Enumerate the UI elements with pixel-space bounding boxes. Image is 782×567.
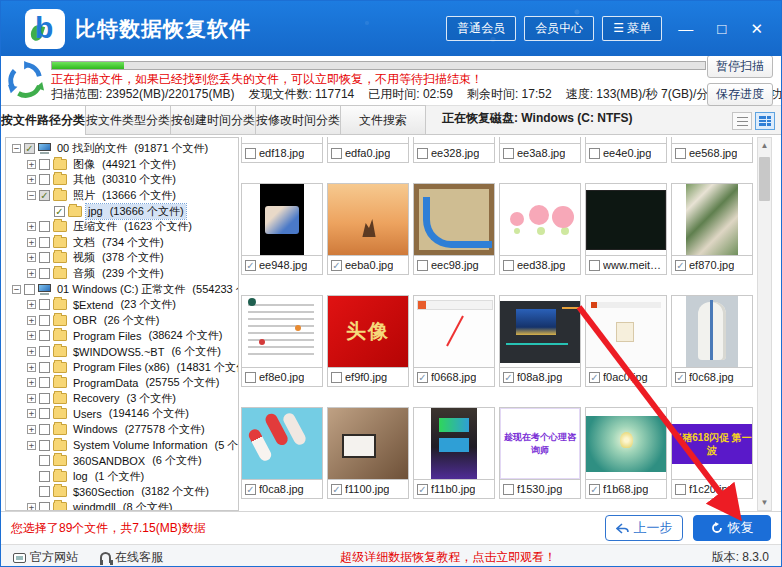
tree-checkbox[interactable] xyxy=(39,486,50,497)
tree-item[interactable]: +压缩文件(1623 个文件) xyxy=(8,219,238,235)
tree-item[interactable]: +ProgramData(25755 个文件) xyxy=(8,375,238,391)
file-card[interactable]: ✓f1100.jpg xyxy=(327,407,409,499)
tree-checkbox[interactable] xyxy=(39,393,50,404)
tree-item[interactable]: $360Section(3182 个文件) xyxy=(8,484,238,500)
tree-item[interactable]: +windmdll(8 个文件) xyxy=(8,500,238,511)
file-checkbox[interactable] xyxy=(675,484,686,495)
tree-checkbox[interactable] xyxy=(39,237,50,248)
tree-checkbox[interactable] xyxy=(39,315,50,326)
expand-icon[interactable]: + xyxy=(27,394,36,403)
tab-3[interactable]: 按创建时间分类 xyxy=(170,105,256,134)
file-card[interactable]: ✓f08a8.jpg xyxy=(499,295,581,387)
list-view-button[interactable] xyxy=(732,112,752,130)
file-checkbox[interactable]: ✓ xyxy=(245,260,256,271)
scrollbar-thumb[interactable] xyxy=(759,157,770,201)
expand-icon[interactable]: + xyxy=(27,269,36,278)
expand-icon[interactable]: + xyxy=(27,441,36,450)
tree-checkbox[interactable] xyxy=(39,362,50,373)
file-card[interactable]: ✓eeba0.jpg xyxy=(327,183,409,275)
tab-4[interactable]: 按修改时间分类 xyxy=(255,105,341,134)
tree-item[interactable]: +System Volume Information(5 个文件) xyxy=(8,437,238,453)
file-checkbox[interactable]: ✓ xyxy=(589,484,600,495)
expand-icon[interactable]: + xyxy=(27,160,36,169)
tree-item[interactable]: −✓00 找到的文件(91871 个文件) xyxy=(8,141,238,157)
collapse-icon[interactable]: − xyxy=(12,285,21,294)
expand-icon[interactable]: + xyxy=(27,316,36,325)
scroll-down-arrow-icon[interactable]: ▼ xyxy=(758,495,771,510)
tab-1[interactable]: 按文件路径分类 xyxy=(0,105,86,135)
tree-item[interactable]: +音频(239 个文件) xyxy=(8,266,238,282)
file-checkbox[interactable] xyxy=(503,148,514,159)
file-card[interactable]: ee3a8.jpg xyxy=(499,137,581,163)
tab-2[interactable]: 按文件类型分类 xyxy=(85,105,171,134)
tree-item[interactable]: +OBR(26 个文件) xyxy=(8,313,238,329)
file-checkbox[interactable] xyxy=(589,260,600,271)
tree-item[interactable]: +$Extend(23 个文件) xyxy=(8,297,238,313)
expand-icon[interactable]: + xyxy=(27,425,36,434)
file-card[interactable]: ✓f0668.jpg xyxy=(413,295,495,387)
file-card[interactable]: 趁现在考个心理咨询师f1530.jpg xyxy=(499,407,581,499)
file-checkbox[interactable] xyxy=(503,260,514,271)
tree-checkbox[interactable] xyxy=(39,346,50,357)
minimize-button[interactable]: — xyxy=(670,20,701,37)
tutorial-promo-link[interactable]: 超级详细数据恢复教程，点击立即观看！ xyxy=(185,549,712,566)
grid-view-button[interactable] xyxy=(755,112,775,130)
file-checkbox[interactable]: ✓ xyxy=(503,372,514,383)
tree-item[interactable]: +Windows(277578 个文件) xyxy=(8,422,238,438)
tree-item[interactable]: +Users(194146 个文件) xyxy=(8,406,238,422)
file-card[interactable]: eec98.jpg xyxy=(413,183,495,275)
tree-checkbox[interactable] xyxy=(39,159,50,170)
tree-item[interactable]: −01 Windows (C:) 正常文件(554233 个文件) xyxy=(8,281,238,297)
collapse-icon[interactable]: − xyxy=(27,191,36,200)
file-card[interactable]: eed38.jpg xyxy=(499,183,581,275)
file-card[interactable]: ee568.jpg xyxy=(671,137,753,163)
expand-icon[interactable]: + xyxy=(27,409,36,418)
tab-5[interactable]: 文件搜索 xyxy=(340,105,426,134)
back-button[interactable]: 上一步 xyxy=(605,515,683,541)
tree-checkbox[interactable] xyxy=(39,330,50,341)
tree-checkbox[interactable] xyxy=(39,471,50,482)
file-card[interactable]: ✓f0ac0.jpg xyxy=(585,295,667,387)
expand-icon[interactable]: + xyxy=(27,253,36,262)
tree-checkbox[interactable] xyxy=(39,174,50,185)
file-checkbox[interactable] xyxy=(417,148,428,159)
file-card[interactable]: ✓f1b68.jpg xyxy=(585,407,667,499)
tree-item[interactable]: +Recovery(3 个文件) xyxy=(8,391,238,407)
file-checkbox[interactable]: ✓ xyxy=(675,372,686,383)
expand-icon[interactable]: + xyxy=(27,378,36,387)
expand-icon[interactable]: + xyxy=(27,300,36,309)
tree-checkbox[interactable] xyxy=(39,424,50,435)
tree-item[interactable]: +文档(734 个文件) xyxy=(8,235,238,251)
tree-checkbox[interactable]: ✓ xyxy=(54,206,65,217)
file-card[interactable]: edfa0.jpg xyxy=(327,137,409,163)
tree-item[interactable]: +Program Files(38624 个文件) xyxy=(8,328,238,344)
tree-item[interactable]: +$WINDOWS5.~BT(6 个文件) xyxy=(8,344,238,360)
file-card[interactable]: 头像ef9f0.jpg xyxy=(327,295,409,387)
tree-checkbox[interactable]: ✓ xyxy=(39,190,50,201)
file-card[interactable]: ✓f0ca8.jpg xyxy=(241,407,323,499)
file-card[interactable]: ee328.jpg xyxy=(413,137,495,163)
expand-icon[interactable]: + xyxy=(27,363,36,372)
official-website-link[interactable]: 官方网站 xyxy=(13,549,78,566)
tree-item[interactable]: +图像(44921 个文件) xyxy=(8,157,238,173)
scroll-up-arrow-icon[interactable]: ▲ xyxy=(758,138,771,153)
close-button[interactable]: ✕ xyxy=(742,20,771,38)
tree-item[interactable]: +其他(30310 个文件) xyxy=(8,172,238,188)
file-checkbox[interactable]: ✓ xyxy=(331,260,342,271)
file-checkbox[interactable]: ✓ xyxy=(417,372,428,383)
collapse-icon[interactable]: − xyxy=(12,144,21,153)
tree-item[interactable]: +Program Files (x86)(14831 个文件) xyxy=(8,359,238,375)
file-checkbox[interactable]: ✓ xyxy=(589,372,600,383)
file-card[interactable]: ef8e0.jpg xyxy=(241,295,323,387)
tree-checkbox[interactable] xyxy=(39,455,50,466)
recover-button[interactable]: 恢复 xyxy=(693,515,771,541)
grid-scrollbar[interactable]: ▲ ▼ xyxy=(757,137,772,511)
file-checkbox[interactable] xyxy=(503,484,514,495)
tree-item[interactable]: ✓jpg(13666 个文件) xyxy=(8,203,238,219)
tree-item[interactable]: 360SANDBOX(6 个文件) xyxy=(8,453,238,469)
file-checkbox[interactable] xyxy=(417,260,428,271)
file-checkbox[interactable] xyxy=(675,148,686,159)
file-card[interactable]: edf18.jpg xyxy=(241,137,323,163)
expand-icon[interactable]: + xyxy=(27,222,36,231)
file-card[interactable]: ✓ee948.jpg xyxy=(241,183,323,275)
